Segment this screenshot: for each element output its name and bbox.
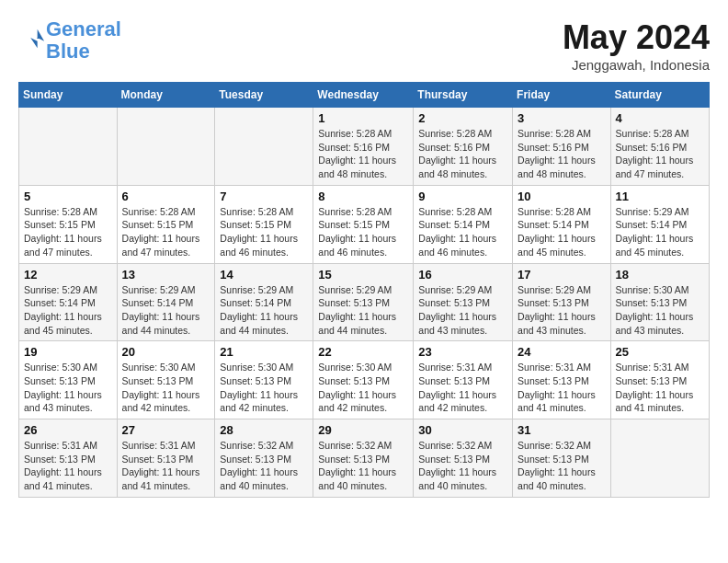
header-sunday: Sunday [19,83,118,108]
calendar-cell: 17Sunrise: 5:29 AM Sunset: 5:13 PM Dayli… [513,263,611,341]
calendar-cell: 3Sunrise: 5:28 AM Sunset: 5:16 PM Daylig… [513,108,611,186]
day-number: 22 [318,345,408,359]
calendar-cell: 14Sunrise: 5:29 AM Sunset: 5:14 PM Dayli… [215,263,313,341]
day-number: 2 [418,111,507,125]
day-info: Sunrise: 5:31 AM Sunset: 5:13 PM Dayligh… [24,439,112,493]
calendar-cell: 9Sunrise: 5:28 AM Sunset: 5:14 PM Daylig… [414,185,513,263]
day-info: Sunrise: 5:31 AM Sunset: 5:13 PM Dayligh… [616,361,704,415]
calendar-table: SundayMondayTuesdayWednesdayThursdayFrid… [18,82,710,498]
calendar-cell: 11Sunrise: 5:29 AM Sunset: 5:14 PM Dayli… [610,185,709,263]
calendar-cell: 6Sunrise: 5:28 AM Sunset: 5:15 PM Daylig… [117,185,215,263]
calendar-cell: 13Sunrise: 5:29 AM Sunset: 5:14 PM Dayli… [117,263,215,341]
header-thursday: Thursday [414,83,513,108]
day-number: 13 [122,268,210,282]
month-title: May 2024 [563,18,710,57]
calendar-cell: 25Sunrise: 5:31 AM Sunset: 5:13 PM Dayli… [610,341,709,419]
day-number: 15 [318,268,408,282]
day-number: 14 [220,268,308,282]
day-info: Sunrise: 5:28 AM Sunset: 5:16 PM Dayligh… [318,127,408,181]
calendar-cell: 16Sunrise: 5:29 AM Sunset: 5:13 PM Dayli… [414,263,513,341]
calendar-cell: 2Sunrise: 5:28 AM Sunset: 5:16 PM Daylig… [414,108,513,186]
week-row-3: 12Sunrise: 5:29 AM Sunset: 5:14 PM Dayli… [19,263,710,341]
header-wednesday: Wednesday [313,83,414,108]
day-info: Sunrise: 5:32 AM Sunset: 5:13 PM Dayligh… [418,439,507,493]
day-number: 17 [518,268,606,282]
calendar-cell: 26Sunrise: 5:31 AM Sunset: 5:13 PM Dayli… [19,419,118,498]
logo-text: General Blue [46,18,121,63]
day-info: Sunrise: 5:28 AM Sunset: 5:15 PM Dayligh… [122,205,210,259]
day-number: 28 [220,423,308,437]
day-info: Sunrise: 5:30 AM Sunset: 5:13 PM Dayligh… [220,361,308,415]
day-number: 30 [418,423,507,437]
day-info: Sunrise: 5:28 AM Sunset: 5:16 PM Dayligh… [418,127,507,181]
calendar-cell: 31Sunrise: 5:32 AM Sunset: 5:13 PM Dayli… [513,419,611,498]
day-info: Sunrise: 5:32 AM Sunset: 5:13 PM Dayligh… [518,439,606,493]
day-number: 23 [418,345,507,359]
day-number: 9 [418,190,507,203]
day-number: 12 [24,268,112,282]
calendar-cell: 18Sunrise: 5:30 AM Sunset: 5:13 PM Dayli… [610,263,709,341]
day-info: Sunrise: 5:31 AM Sunset: 5:13 PM Dayligh… [518,361,606,415]
day-number: 21 [220,345,308,359]
day-info: Sunrise: 5:32 AM Sunset: 5:13 PM Dayligh… [220,439,308,493]
day-info: Sunrise: 5:29 AM Sunset: 5:13 PM Dayligh… [518,283,606,338]
day-number: 8 [318,190,408,203]
week-row-5: 26Sunrise: 5:31 AM Sunset: 5:13 PM Dayli… [19,419,710,498]
day-info: Sunrise: 5:29 AM Sunset: 5:14 PM Dayligh… [24,283,112,338]
day-info: Sunrise: 5:30 AM Sunset: 5:13 PM Dayligh… [122,361,210,415]
day-info: Sunrise: 5:28 AM Sunset: 5:14 PM Dayligh… [418,205,507,259]
calendar-cell: 20Sunrise: 5:30 AM Sunset: 5:13 PM Dayli… [117,341,215,419]
calendar-cell: 21Sunrise: 5:30 AM Sunset: 5:13 PM Dayli… [215,341,313,419]
day-info: Sunrise: 5:28 AM Sunset: 5:16 PM Dayligh… [616,127,704,181]
location: Jenggawah, Indonesia [563,57,710,73]
day-number: 5 [24,190,112,203]
logo-icon [20,26,46,52]
calendar-cell: 10Sunrise: 5:28 AM Sunset: 5:14 PM Dayli… [513,185,611,263]
calendar-cell [117,108,215,186]
week-row-2: 5Sunrise: 5:28 AM Sunset: 5:15 PM Daylig… [19,185,710,263]
day-number: 18 [616,268,704,282]
day-number: 29 [318,423,408,437]
day-number: 3 [518,111,606,125]
calendar-cell: 19Sunrise: 5:30 AM Sunset: 5:13 PM Dayli… [19,341,118,419]
day-info: Sunrise: 5:31 AM Sunset: 5:13 PM Dayligh… [122,439,210,493]
header-saturday: Saturday [610,83,709,108]
title-block: May 2024 Jenggawah, Indonesia [563,18,710,73]
day-info: Sunrise: 5:28 AM Sunset: 5:15 PM Dayligh… [318,205,408,259]
day-number: 4 [616,111,704,125]
calendar-cell: 5Sunrise: 5:28 AM Sunset: 5:15 PM Daylig… [19,185,118,263]
day-number: 1 [318,111,408,125]
svg-marker-0 [30,29,44,49]
header-monday: Monday [117,83,215,108]
calendar-cell: 8Sunrise: 5:28 AM Sunset: 5:15 PM Daylig… [313,185,414,263]
calendar-cell: 29Sunrise: 5:32 AM Sunset: 5:13 PM Dayli… [313,419,414,498]
day-info: Sunrise: 5:29 AM Sunset: 5:13 PM Dayligh… [318,283,408,338]
calendar-cell: 24Sunrise: 5:31 AM Sunset: 5:13 PM Dayli… [513,341,611,419]
calendar-cell: 23Sunrise: 5:31 AM Sunset: 5:13 PM Dayli… [414,341,513,419]
calendar-cell: 15Sunrise: 5:29 AM Sunset: 5:13 PM Dayli… [313,263,414,341]
logo: General Blue [18,18,121,63]
day-number: 6 [122,190,210,203]
day-info: Sunrise: 5:31 AM Sunset: 5:13 PM Dayligh… [418,361,507,415]
week-row-4: 19Sunrise: 5:30 AM Sunset: 5:13 PM Dayli… [19,341,710,419]
day-number: 25 [616,345,704,359]
header-tuesday: Tuesday [215,83,313,108]
day-number: 7 [220,190,308,203]
day-info: Sunrise: 5:29 AM Sunset: 5:13 PM Dayligh… [418,283,507,338]
day-number: 24 [518,345,606,359]
day-info: Sunrise: 5:29 AM Sunset: 5:14 PM Dayligh… [220,283,308,338]
day-info: Sunrise: 5:28 AM Sunset: 5:15 PM Dayligh… [24,205,112,259]
day-number: 10 [518,190,606,203]
day-number: 11 [616,190,704,203]
calendar-cell: 27Sunrise: 5:31 AM Sunset: 5:13 PM Dayli… [117,419,215,498]
calendar-cell: 1Sunrise: 5:28 AM Sunset: 5:16 PM Daylig… [313,108,414,186]
day-number: 31 [518,423,606,437]
week-row-1: 1Sunrise: 5:28 AM Sunset: 5:16 PM Daylig… [19,108,710,186]
day-info: Sunrise: 5:30 AM Sunset: 5:13 PM Dayligh… [318,361,408,415]
header-row: SundayMondayTuesdayWednesdayThursdayFrid… [19,83,710,108]
day-info: Sunrise: 5:28 AM Sunset: 5:16 PM Dayligh… [518,127,606,181]
day-info: Sunrise: 5:32 AM Sunset: 5:13 PM Dayligh… [318,439,408,493]
day-info: Sunrise: 5:28 AM Sunset: 5:14 PM Dayligh… [518,205,606,259]
day-number: 19 [24,345,112,359]
day-info: Sunrise: 5:29 AM Sunset: 5:14 PM Dayligh… [616,205,704,259]
